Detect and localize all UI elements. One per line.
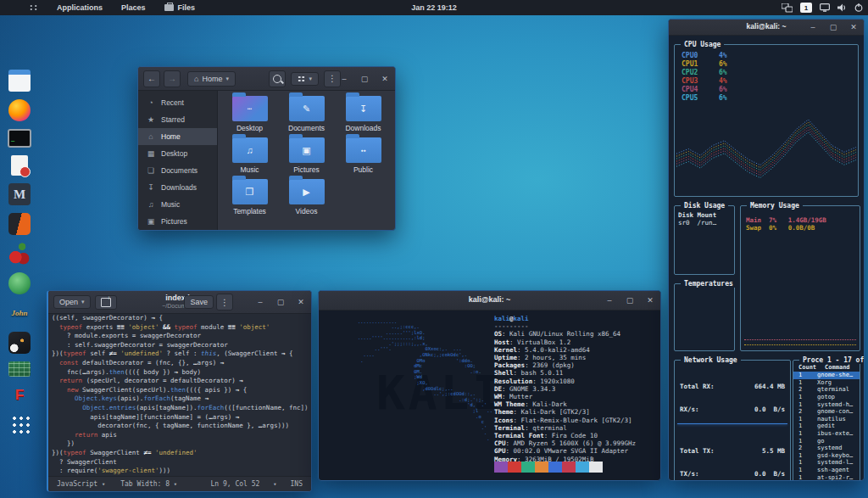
search-button[interactable]	[269, 70, 286, 87]
memory-usage-panel: Memory Usage Main 7% 1.4GB/19GBSwap 0% 0…	[740, 205, 860, 351]
burpsuite-icon[interactable]	[8, 213, 31, 235]
metasploit-icon[interactable]: M	[8, 183, 31, 205]
new-tab-button[interactable]	[95, 295, 117, 310]
app-grid-icon[interactable]	[10, 414, 30, 434]
close-button[interactable]: ✕	[296, 298, 306, 306]
maximize-button[interactable]: ▢	[625, 296, 635, 305]
network-icon[interactable]	[782, 3, 793, 13]
code-line: decorator(fnc, { tagName, functionName }…	[52, 422, 311, 431]
cherrytree-icon[interactable]	[8, 243, 31, 265]
process-command-header[interactable]: Command	[825, 364, 850, 371]
sidebar-item-desktop[interactable]: ▦Desktop	[138, 145, 217, 162]
process-row[interactable]: 1gedit	[793, 422, 860, 430]
process-row[interactable]: 1systemd-l…	[793, 459, 860, 467]
folder-templates[interactable]: ❒Templates	[221, 179, 278, 215]
tab-width-selector[interactable]: Tab Width: 8 ▾	[120, 480, 177, 488]
forward-button[interactable]: →	[164, 70, 181, 87]
process-row[interactable]: 1gsd-keybo…	[793, 452, 860, 460]
minimize-button[interactable]: –	[339, 75, 349, 83]
zenmap-icon[interactable]	[8, 272, 31, 294]
language-selector[interactable]: JavaScript ▾	[57, 480, 105, 488]
volume-icon[interactable]	[837, 3, 847, 12]
open-button[interactable]: Open ▾	[53, 295, 91, 309]
faraday-icon[interactable]: F	[8, 384, 31, 406]
process-row[interactable]: 2qterminal	[793, 386, 860, 394]
folder-documents[interactable]: ✎Documents	[278, 96, 335, 132]
power-icon[interactable]	[854, 3, 863, 12]
process-row[interactable]: 1systemd-h…	[793, 400, 860, 408]
folder-public[interactable]: ●●Public	[335, 137, 392, 174]
folder-desktop[interactable]: •••Desktop	[221, 96, 278, 132]
cursor-position[interactable]: Ln 9, Col 52	[211, 480, 260, 488]
folder-label: Pictures	[293, 165, 320, 174]
folder-downloads[interactable]: ↧Downloads	[335, 96, 392, 132]
process-row[interactable]: 1gnome-she…	[793, 372, 860, 379]
sidebar-item-recent[interactable]: ◔Recent	[138, 94, 217, 111]
menu-applications[interactable]: Applications	[57, 3, 103, 12]
maximize-button[interactable]: ▢	[359, 75, 370, 83]
save-button[interactable]: Save	[184, 295, 214, 309]
minimize-button[interactable]: –	[255, 298, 265, 306]
process-row[interactable]: 1gotop	[793, 394, 860, 401]
workspace-indicator[interactable]: 1	[800, 3, 812, 13]
john-the-ripper-icon[interactable]: John	[8, 302, 31, 324]
cpu-history-graph	[676, 113, 856, 194]
clock[interactable]: Jan 22 19:12	[411, 0, 457, 15]
sidebar-item-starred[interactable]: ★Starred	[138, 111, 217, 128]
minimize-button[interactable]: –	[604, 296, 615, 305]
back-button[interactable]: ←	[143, 70, 160, 87]
sidebar-item-documents[interactable]: ❏Documents	[138, 162, 217, 179]
process-row[interactable]: 1go	[793, 437, 860, 445]
view-toggle-button[interactable]: ▾	[291, 72, 319, 86]
path-button[interactable]: ⌂ Home ▾	[187, 71, 236, 87]
terminal-icon[interactable]: _	[8, 129, 31, 148]
text-file-icon[interactable]	[11, 155, 28, 176]
circuit-board-icon[interactable]	[8, 361, 31, 377]
folder-label: Documents	[288, 124, 325, 132]
neofetch-icons: Icons: Flat-Remix-Blue-Dark [GTK2/3]	[494, 417, 636, 424]
monitor-content: CPU Usage CPU04%CPU16%CPU26%CPU34%CPU46%…	[669, 36, 864, 480]
process-row[interactable]: 2systemd	[793, 445, 860, 452]
path-label: Home	[202, 75, 222, 83]
folder-videos[interactable]: ▶Videos	[278, 179, 335, 215]
close-button[interactable]: ✕	[645, 296, 655, 305]
code-line: typeof exports ≡≡ 'object' && typeof mod…	[52, 323, 311, 333]
process-row[interactable]: 1Xorg	[793, 379, 860, 387]
menu-kebab-button[interactable]: ⋮	[324, 70, 341, 87]
window-icon[interactable]	[8, 70, 31, 92]
firefox-icon[interactable]	[8, 99, 31, 121]
terminal-content[interactable]: KALI .............. ..,;:ccc,. ......'''…	[319, 311, 660, 480]
folder-pictures[interactable]: ▣Pictures	[278, 137, 335, 174]
minimize-button[interactable]: –	[808, 23, 818, 31]
activities-grid-icon[interactable]	[29, 4, 38, 11]
cpu-row-cpu3: CPU34%	[682, 77, 727, 86]
code-line: return apis	[52, 431, 311, 440]
folder-glyph: ✎	[303, 104, 310, 115]
process-row[interactable]: 1nautilus	[793, 416, 860, 423]
sidebar-item-home[interactable]: ⌂Home	[138, 128, 217, 145]
close-button[interactable]: ✕	[849, 23, 859, 31]
cpu-row-cpu1: CPU16%	[682, 60, 727, 69]
process-row[interactable]: 1ssh-agent	[793, 467, 860, 474]
sidebar-item-downloads[interactable]: ↧Downloads	[138, 179, 217, 196]
process-row[interactable]: 1at-spi2-r…	[793, 473, 860, 481]
sidebar-item-pictures[interactable]: ▣Pictures	[138, 213, 217, 230]
menu-files[interactable]: Files	[164, 3, 196, 12]
folder-music[interactable]: ♫Music	[221, 137, 278, 174]
desktop-icon: ▦	[147, 149, 155, 158]
display-icon[interactable]	[820, 3, 830, 12]
disk-panel-title: Disk Usage	[681, 202, 728, 210]
close-button[interactable]: ✕	[380, 75, 390, 83]
process-row[interactable]: 2gnome-con…	[793, 408, 860, 416]
maximize-button[interactable]: ▢	[828, 23, 838, 31]
maximize-button[interactable]: ▢	[275, 298, 286, 306]
menu-places[interactable]: Places	[121, 3, 146, 12]
chevron-down-icon[interactable]: ▾	[273, 481, 276, 488]
hound-icon[interactable]	[8, 332, 31, 354]
code-editor[interactable]: ((self, swaggerDecorator) ⇒ { typeof exp…	[52, 314, 311, 476]
sidebar-item-music[interactable]: ♫Music	[138, 196, 217, 213]
neofetch-underline: ---------	[494, 322, 636, 330]
process-count-header[interactable]: Count	[798, 364, 816, 371]
menu-kebab-button[interactable]: ⋮	[216, 294, 233, 311]
process-row[interactable]: 1ibus-exte…	[793, 430, 860, 438]
